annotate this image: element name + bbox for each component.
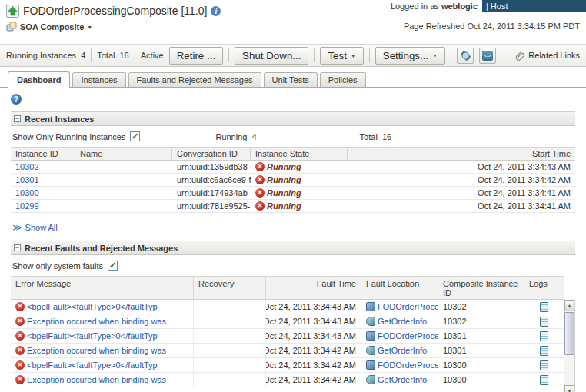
tab-faults-and-rejected-messages[interactable]: Faults and Rejected Messages: [128, 72, 261, 87]
collapse-icon[interactable]: [14, 115, 21, 122]
fault-row: <bpelFault><faultType>0</faultTyp Oct 24…: [11, 300, 564, 314]
col-fault-location[interactable]: Fault Location: [361, 277, 438, 299]
binding-component-icon: [366, 317, 375, 326]
tab-policies[interactable]: Policies: [320, 72, 366, 87]
show-all-link[interactable]: ≫ Show All: [12, 223, 574, 232]
scroll-down-icon[interactable]: ▼: [564, 385, 574, 392]
show-only-running-checkbox[interactable]: [130, 131, 140, 141]
soa-composite-menu[interactable]: SOA Composite ▼: [6, 22, 92, 32]
toolbar-separator: [314, 48, 315, 62]
fault-location-link[interactable]: FODOrderProcess: [378, 302, 438, 311]
scroll-up-icon[interactable]: ▲: [564, 300, 574, 311]
cell-composite-instance-id: 10300: [438, 373, 524, 387]
fault-location-link[interactable]: FODOrderProcess: [378, 360, 438, 370]
cell-fault-location: GetOrderInfo: [361, 314, 438, 328]
instance-id-link[interactable]: 10300: [15, 188, 39, 198]
show-only-system-faults-checkbox[interactable]: [108, 261, 118, 271]
shut-down-button[interactable]: Shut Down...: [235, 47, 308, 65]
error-message-link[interactable]: <bpelFault><faultType>0</faultTyp: [27, 360, 158, 370]
cell-composite-instance-id: 10301: [438, 329, 524, 343]
refresh-icon: [460, 50, 471, 61]
chevron-down-icon: ▼: [432, 53, 438, 58]
show-xml-button[interactable]: [479, 48, 496, 64]
fault-location-link[interactable]: GetOrderInfo: [378, 375, 427, 384]
dashboard-content: Recent Instances Show Only Running Insta…: [0, 88, 586, 392]
running-status-icon: [255, 162, 265, 171]
view-log-icon[interactable]: [540, 302, 548, 312]
col-start-time[interactable]: Start Time: [348, 148, 575, 160]
view-log-icon[interactable]: [540, 317, 548, 327]
error-message-link[interactable]: <bpelFault><faultType>0</faultTyp: [27, 302, 158, 311]
recent-faults-header: Recent Faults and Rejected Messages: [11, 241, 575, 255]
error-icon: [15, 360, 25, 370]
fault-location-link[interactable]: GetOrderInfo: [378, 317, 427, 326]
recent-instances-title: Recent Instances: [25, 115, 94, 124]
col-logs[interactable]: Logs: [524, 277, 564, 299]
chevron-down-icon: ▼: [87, 25, 92, 30]
fault-row: Exception occured when binding was Oct 2…: [11, 344, 564, 358]
error-message-link[interactable]: Exception occured when binding was: [27, 346, 166, 355]
composite-up-icon[interactable]: [6, 5, 19, 18]
tab-unit-tests[interactable]: Unit Tests: [264, 72, 318, 87]
fault-location-link[interactable]: GetOrderInfo: [378, 346, 427, 355]
error-message-link[interactable]: Exception occured when binding was: [27, 375, 166, 384]
settings-button[interactable]: Settings...▼: [375, 47, 445, 65]
instance-id-link[interactable]: 10301: [15, 175, 39, 184]
view-log-icon[interactable]: [540, 360, 548, 370]
info-icon[interactable]: [211, 6, 221, 16]
col-instance-id[interactable]: Instance ID: [11, 148, 75, 160]
view-log-icon[interactable]: [540, 346, 548, 356]
show-all-label[interactable]: Show All: [25, 223, 58, 232]
show-only-system-faults-label: Show only system faults: [12, 261, 103, 271]
error-message-link[interactable]: Exception occured when binding was: [27, 317, 166, 326]
fault-row: <bpelFault><faultType>0</faultTyp Oct 24…: [11, 329, 564, 344]
scrollbar-thumb[interactable]: [564, 312, 574, 355]
table-header: Error Message Recovery Fault Time Fault …: [11, 276, 564, 300]
view-log-icon[interactable]: [540, 331, 548, 341]
cell-conversation-id: urn:uuid:174934ab-: [172, 188, 251, 198]
retire-button[interactable]: Retire ...: [169, 47, 223, 65]
tab-instances[interactable]: Instances: [72, 72, 125, 87]
refresh-button[interactable]: [457, 48, 474, 64]
help-icon[interactable]: [11, 94, 22, 105]
fault-row: <bpelFault><faultType>0</faultTyp Oct 24…: [11, 358, 564, 373]
instance-id-link[interactable]: 10299: [15, 201, 39, 211]
cell-instance-state: Running: [251, 201, 348, 211]
error-message-link[interactable]: <bpelFault><faultType>0</faultTyp: [27, 331, 158, 341]
view-log-icon[interactable]: [540, 375, 548, 385]
col-fault-time[interactable]: Fault Time: [266, 277, 361, 299]
running-status-icon: [255, 175, 265, 184]
instance-id-link[interactable]: 10302: [15, 162, 39, 171]
total-instances-count: Total16: [97, 51, 129, 60]
col-name[interactable]: Name: [75, 148, 172, 160]
running-instances-count: Running Instances4: [6, 51, 85, 60]
col-conversation-id[interactable]: Conversation ID: [172, 148, 251, 160]
soa-composite-icon: [6, 22, 17, 32]
cell-instance-state: Running: [251, 188, 348, 198]
col-instance-state[interactable]: Instance State: [251, 148, 348, 160]
collapse-icon[interactable]: [14, 244, 21, 251]
tab-dashboard[interactable]: Dashboard: [8, 71, 70, 88]
instances-filter-row: Show Only Running Instances Running 4 To…: [12, 131, 574, 141]
fault-location-link[interactable]: FODOrderProcess: [378, 331, 438, 341]
fault-row: Exception occured when binding was Oct 2…: [11, 373, 564, 387]
cell-logs: [524, 300, 564, 314]
col-recovery[interactable]: Recovery: [194, 277, 266, 299]
cell-error-message: Exception occured when binding was: [11, 373, 194, 387]
username: weblogic: [441, 2, 478, 11]
context-row: SOA Composite ▼ Page Refreshed Oct 24, 2…: [0, 19, 586, 35]
instance-row: 10302 urn:uuid:1359db38- Running Oct 24,…: [11, 161, 575, 174]
cell-fault-time: Oct 24, 2011 3:34:42 AM: [266, 344, 361, 357]
cell-fault-location: GetOrderInfo: [361, 344, 438, 357]
cell-fault-location: FODOrderProcess: [361, 358, 438, 372]
toolbar-separator: [369, 48, 370, 62]
col-error-message[interactable]: Error Message: [11, 277, 194, 299]
related-links[interactable]: Related Links: [515, 51, 580, 61]
cell-fault-time: Oct 24, 2011 3:34:43 AM: [266, 329, 361, 343]
cell-conversation-id: urn:uuid:1359db38-: [172, 162, 251, 171]
cell-recovery: [194, 314, 266, 328]
col-composite-instance-id[interactable]: Composite Instance ID: [438, 277, 524, 299]
vertical-scrollbar[interactable]: ▲ ▼: [564, 300, 575, 392]
test-button[interactable]: Test▼: [320, 47, 363, 65]
cell-fault-location: FODOrderProcess: [361, 300, 438, 314]
